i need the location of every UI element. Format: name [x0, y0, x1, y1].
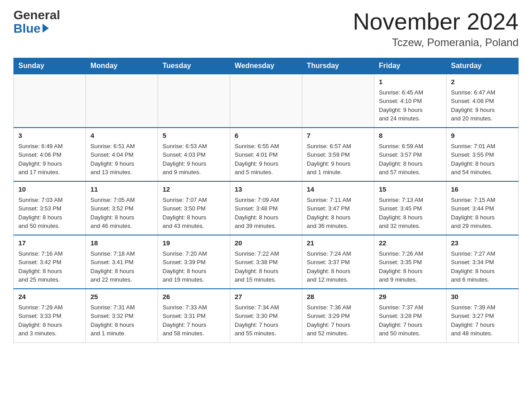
- day-info: Sunrise: 6:57 AM Sunset: 3:59 PM Dayligh…: [307, 142, 369, 177]
- header-row: SundayMondayTuesdayWednesdayThursdayFrid…: [14, 58, 519, 74]
- day-number: 19: [163, 238, 225, 248]
- week-row-3: 10Sunrise: 7:03 AM Sunset: 3:53 PM Dayli…: [14, 181, 519, 235]
- week-row-1: 1Sunrise: 6:45 AM Sunset: 4:10 PM Daylig…: [14, 74, 519, 128]
- day-number: 26: [163, 292, 225, 302]
- day-number: 10: [18, 184, 81, 195]
- calendar-cell: 19Sunrise: 7:20 AM Sunset: 3:39 PM Dayli…: [158, 235, 230, 289]
- day-number: 6: [235, 131, 297, 141]
- day-number: 15: [379, 184, 442, 195]
- day-number: 18: [90, 238, 153, 248]
- calendar-cell: 14Sunrise: 7:11 AM Sunset: 3:47 PM Dayli…: [302, 181, 374, 235]
- calendar-cell: 16Sunrise: 7:15 AM Sunset: 3:44 PM Dayli…: [446, 181, 519, 235]
- location-title: Tczew, Pomerania, Poland: [353, 36, 519, 49]
- calendar-cell: 7Sunrise: 6:57 AM Sunset: 3:59 PM Daylig…: [302, 128, 374, 181]
- day-number: 2: [451, 77, 514, 87]
- week-row-5: 24Sunrise: 7:29 AM Sunset: 3:33 PM Dayli…: [14, 289, 519, 342]
- day-info: Sunrise: 7:27 AM Sunset: 3:34 PM Dayligh…: [451, 249, 514, 284]
- calendar-cell: 1Sunrise: 6:45 AM Sunset: 4:10 PM Daylig…: [374, 74, 446, 128]
- calendar-cell: 3Sunrise: 6:49 AM Sunset: 4:06 PM Daylig…: [14, 128, 86, 181]
- month-title: November 2024: [353, 9, 519, 34]
- calendar-cell: 20Sunrise: 7:22 AM Sunset: 3:38 PM Dayli…: [230, 235, 302, 289]
- day-info: Sunrise: 6:47 AM Sunset: 4:08 PM Dayligh…: [451, 88, 514, 123]
- day-number: 13: [235, 184, 297, 195]
- logo-triangle-icon: [43, 24, 49, 33]
- calendar-cell: 2Sunrise: 6:47 AM Sunset: 4:08 PM Daylig…: [446, 74, 519, 128]
- day-info: Sunrise: 7:37 AM Sunset: 3:28 PM Dayligh…: [379, 303, 442, 338]
- day-info: Sunrise: 7:24 AM Sunset: 3:37 PM Dayligh…: [307, 249, 369, 284]
- day-number: 23: [451, 238, 514, 248]
- calendar-cell: 4Sunrise: 6:51 AM Sunset: 4:04 PM Daylig…: [86, 128, 158, 181]
- day-number: 16: [451, 184, 514, 195]
- day-info: Sunrise: 7:31 AM Sunset: 3:32 PM Dayligh…: [90, 303, 153, 338]
- column-header-tuesday: Tuesday: [158, 58, 230, 74]
- day-number: 5: [163, 131, 225, 141]
- day-info: Sunrise: 7:15 AM Sunset: 3:44 PM Dayligh…: [451, 196, 514, 231]
- calendar-cell: 29Sunrise: 7:37 AM Sunset: 3:28 PM Dayli…: [374, 289, 446, 342]
- day-info: Sunrise: 6:53 AM Sunset: 4:03 PM Dayligh…: [163, 142, 225, 177]
- calendar-cell: 22Sunrise: 7:26 AM Sunset: 3:35 PM Dayli…: [374, 235, 446, 289]
- calendar-cell: [14, 74, 86, 128]
- day-number: 4: [90, 131, 153, 141]
- day-number: 11: [90, 184, 153, 195]
- calendar-cell: 9Sunrise: 7:01 AM Sunset: 3:55 PM Daylig…: [446, 128, 519, 181]
- title-block: November 2024 Tczew, Pomerania, Poland: [353, 9, 519, 49]
- column-header-thursday: Thursday: [302, 58, 374, 74]
- column-header-saturday: Saturday: [446, 58, 519, 74]
- day-info: Sunrise: 7:20 AM Sunset: 3:39 PM Dayligh…: [163, 249, 225, 284]
- column-header-wednesday: Wednesday: [230, 58, 302, 74]
- calendar-cell: 26Sunrise: 7:33 AM Sunset: 3:31 PM Dayli…: [158, 289, 230, 342]
- logo-blue-text: Blue: [13, 21, 41, 36]
- day-number: 17: [18, 238, 81, 248]
- day-info: Sunrise: 7:03 AM Sunset: 3:53 PM Dayligh…: [18, 196, 81, 231]
- day-info: Sunrise: 7:34 AM Sunset: 3:30 PM Dayligh…: [235, 303, 297, 338]
- day-number: 25: [90, 292, 153, 302]
- calendar-cell: 10Sunrise: 7:03 AM Sunset: 3:53 PM Dayli…: [14, 181, 86, 235]
- day-number: 9: [451, 131, 514, 141]
- day-number: 3: [18, 131, 81, 141]
- calendar-table: SundayMondayTuesdayWednesdayThursdayFrid…: [13, 58, 519, 343]
- calendar-cell: 23Sunrise: 7:27 AM Sunset: 3:34 PM Dayli…: [446, 235, 519, 289]
- day-number: 29: [379, 292, 442, 302]
- calendar-cell: [302, 74, 374, 128]
- day-info: Sunrise: 6:51 AM Sunset: 4:04 PM Dayligh…: [90, 142, 153, 177]
- calendar-cell: 5Sunrise: 6:53 AM Sunset: 4:03 PM Daylig…: [158, 128, 230, 181]
- calendar-cell: 24Sunrise: 7:29 AM Sunset: 3:33 PM Dayli…: [14, 289, 86, 342]
- day-info: Sunrise: 7:13 AM Sunset: 3:45 PM Dayligh…: [379, 196, 442, 231]
- day-number: 7: [307, 131, 369, 141]
- calendar-cell: 15Sunrise: 7:13 AM Sunset: 3:45 PM Dayli…: [374, 181, 446, 235]
- calendar-cell: 18Sunrise: 7:18 AM Sunset: 3:41 PM Dayli…: [86, 235, 158, 289]
- calendar-cell: 28Sunrise: 7:36 AM Sunset: 3:29 PM Dayli…: [302, 289, 374, 342]
- day-number: 1: [379, 77, 442, 87]
- day-info: Sunrise: 7:09 AM Sunset: 3:48 PM Dayligh…: [235, 196, 297, 231]
- day-info: Sunrise: 7:36 AM Sunset: 3:29 PM Dayligh…: [307, 303, 369, 338]
- day-info: Sunrise: 7:01 AM Sunset: 3:55 PM Dayligh…: [451, 142, 514, 177]
- day-info: Sunrise: 7:05 AM Sunset: 3:52 PM Dayligh…: [90, 196, 153, 231]
- day-info: Sunrise: 7:11 AM Sunset: 3:47 PM Dayligh…: [307, 196, 369, 231]
- calendar-cell: 30Sunrise: 7:39 AM Sunset: 3:27 PM Dayli…: [446, 289, 519, 342]
- calendar-cell: [158, 74, 230, 128]
- day-number: 24: [18, 292, 81, 302]
- day-number: 8: [379, 131, 442, 141]
- column-header-monday: Monday: [86, 58, 158, 74]
- week-row-2: 3Sunrise: 6:49 AM Sunset: 4:06 PM Daylig…: [14, 128, 519, 181]
- day-number: 14: [307, 184, 369, 195]
- day-number: 27: [235, 292, 297, 302]
- calendar-cell: 13Sunrise: 7:09 AM Sunset: 3:48 PM Dayli…: [230, 181, 302, 235]
- calendar-cell: 21Sunrise: 7:24 AM Sunset: 3:37 PM Dayli…: [302, 235, 374, 289]
- day-info: Sunrise: 6:59 AM Sunset: 3:57 PM Dayligh…: [379, 142, 442, 177]
- logo-general-text: General: [13, 9, 60, 21]
- day-number: 30: [451, 292, 514, 302]
- column-header-friday: Friday: [374, 58, 446, 74]
- day-info: Sunrise: 7:07 AM Sunset: 3:50 PM Dayligh…: [163, 196, 225, 231]
- calendar-cell: 11Sunrise: 7:05 AM Sunset: 3:52 PM Dayli…: [86, 181, 158, 235]
- calendar-cell: 6Sunrise: 6:55 AM Sunset: 4:01 PM Daylig…: [230, 128, 302, 181]
- calendar-cell: 25Sunrise: 7:31 AM Sunset: 3:32 PM Dayli…: [86, 289, 158, 342]
- day-info: Sunrise: 7:39 AM Sunset: 3:27 PM Dayligh…: [451, 303, 514, 338]
- day-number: 20: [235, 238, 297, 248]
- day-number: 12: [163, 184, 225, 195]
- day-info: Sunrise: 6:55 AM Sunset: 4:01 PM Dayligh…: [235, 142, 297, 177]
- day-info: Sunrise: 7:18 AM Sunset: 3:41 PM Dayligh…: [90, 249, 153, 284]
- day-info: Sunrise: 7:26 AM Sunset: 3:35 PM Dayligh…: [379, 249, 442, 284]
- calendar-cell: 17Sunrise: 7:16 AM Sunset: 3:42 PM Dayli…: [14, 235, 86, 289]
- day-info: Sunrise: 7:29 AM Sunset: 3:33 PM Dayligh…: [18, 303, 81, 338]
